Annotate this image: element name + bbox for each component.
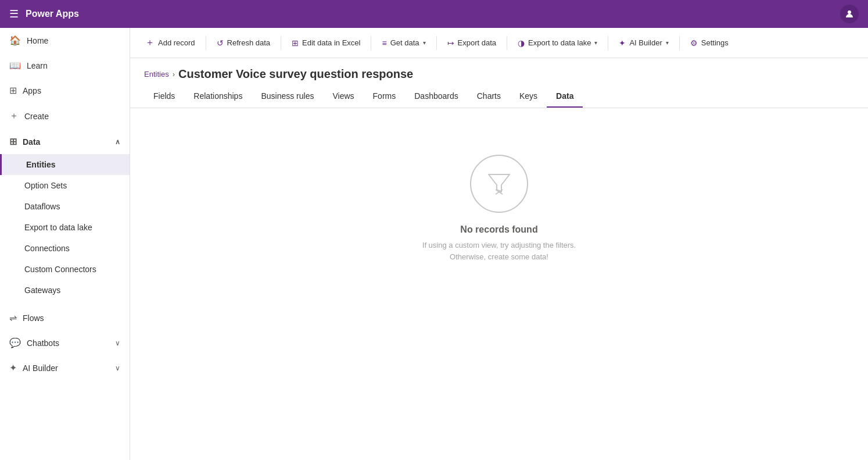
settings-icon: ⚙ (690, 38, 698, 48)
topbar: ☰ Power Apps (0, 0, 868, 28)
home-icon: 🏠 (9, 35, 21, 46)
breadcrumb-parent-link[interactable]: Entities (144, 70, 169, 79)
ai-builder-toolbar-icon: ✦ (619, 38, 626, 48)
breadcrumb-separator: › (173, 70, 175, 79)
main-layout: 🏠 Home 📖 Learn ⊞ Apps ＋ Create ⊞ Data ∧ … (0, 28, 868, 460)
toolbar: ＋ Add record ↺ Refresh data ⊞ Edit data … (130, 28, 868, 58)
sidebar-item-flows[interactable]: ⇌ Flows (0, 305, 130, 330)
content-area: ＋ Add record ↺ Refresh data ⊞ Edit data … (130, 28, 868, 460)
sidebar-item-data[interactable]: ⊞ Data ∧ (0, 129, 130, 154)
refresh-icon: ↺ (217, 38, 224, 48)
empty-state: No records found If using a custom view,… (130, 108, 868, 309)
apps-icon: ⊞ (9, 85, 17, 96)
refresh-data-button[interactable]: ↺ Refresh data (211, 35, 276, 51)
chatbots-icon: 💬 (9, 337, 21, 348)
empty-state-icon-circle (470, 155, 528, 213)
tab-charts[interactable]: Charts (468, 85, 510, 108)
flows-icon: ⇌ (9, 312, 17, 323)
sidebar-item-connections[interactable]: Connections (0, 238, 130, 259)
tab-views[interactable]: Views (323, 85, 363, 108)
sidebar-item-option-sets[interactable]: Option Sets (0, 175, 130, 196)
sidebar-item-create[interactable]: ＋ Create (0, 103, 130, 129)
edit-excel-button[interactable]: ⊞ Edit data in Excel (286, 35, 366, 51)
data-chevron-icon: ∧ (115, 138, 120, 146)
toolbar-divider-7 (679, 36, 680, 50)
excel-icon: ⊞ (292, 38, 299, 48)
toolbar-divider-2 (281, 36, 281, 50)
empty-state-description: If using a custom view, try adjusting th… (422, 240, 576, 262)
page-content: Entities › Customer Voice survey questio… (130, 58, 868, 460)
breadcrumb-current: Customer Voice survey question response (178, 67, 413, 81)
create-icon: ＋ (9, 110, 19, 122)
export-lake-icon: ◑ (518, 38, 525, 48)
export-data-button[interactable]: ↦ Export data (442, 35, 503, 51)
sidebar-item-learn[interactable]: 📖 Learn (0, 53, 130, 78)
sidebar-item-ai-builder[interactable]: ✦ AI Builder ∨ (0, 355, 130, 380)
tab-fields[interactable]: Fields (144, 85, 184, 108)
tab-relationships[interactable]: Relationships (184, 85, 252, 108)
toolbar-divider-4 (436, 36, 437, 50)
tab-business-rules[interactable]: Business rules (252, 85, 323, 108)
breadcrumb: Entities › Customer Voice survey questio… (130, 58, 868, 85)
export-data-lake-button[interactable]: ◑ Export to data lake ▾ (512, 35, 603, 51)
ai-builder-dropdown-icon: ▾ (666, 40, 669, 46)
ai-builder-button[interactable]: ✦ AI Builder ▾ (613, 35, 674, 51)
learn-icon: 📖 (9, 60, 21, 71)
chatbots-chevron-icon: ∨ (115, 339, 120, 347)
sidebar-item-export-data-lake[interactable]: Export to data lake (0, 217, 130, 238)
tab-data[interactable]: Data (547, 85, 583, 108)
sidebar-item-dataflows[interactable]: Dataflows (0, 196, 130, 217)
add-record-button[interactable]: ＋ Add record (139, 33, 201, 52)
tab-forms[interactable]: Forms (364, 85, 406, 108)
toolbar-divider-5 (507, 36, 507, 50)
toolbar-divider-1 (206, 36, 206, 50)
export-data-icon: ↦ (447, 38, 454, 48)
get-data-icon: ≡ (382, 38, 386, 48)
export-lake-dropdown-icon: ▾ (594, 40, 597, 46)
ai-builder-chevron-icon: ∨ (115, 364, 120, 372)
app-logo: Power Apps (26, 9, 79, 19)
tab-dashboards[interactable]: Dashboards (405, 85, 468, 108)
hamburger-icon[interactable]: ☰ (9, 8, 19, 20)
get-data-dropdown-icon: ▾ (423, 40, 426, 46)
get-data-button[interactable]: ≡ Get data ▾ (376, 35, 431, 51)
data-icon: ⊞ (9, 136, 17, 147)
toolbar-divider-6 (608, 36, 608, 50)
ai-builder-sidebar-icon: ✦ (9, 362, 17, 373)
sidebar: 🏠 Home 📖 Learn ⊞ Apps ＋ Create ⊞ Data ∧ … (0, 28, 130, 460)
tab-keys[interactable]: Keys (510, 85, 547, 108)
sidebar-item-custom-connectors[interactable]: Custom Connectors (0, 259, 130, 280)
sidebar-item-gateways[interactable]: Gateways (0, 280, 130, 301)
filter-x-icon (484, 169, 514, 199)
sidebar-item-home[interactable]: 🏠 Home (0, 28, 130, 53)
settings-button[interactable]: ⚙ Settings (684, 35, 734, 51)
add-record-icon: ＋ (145, 37, 155, 49)
sidebar-item-apps[interactable]: ⊞ Apps (0, 78, 130, 103)
svg-point-0 (848, 10, 851, 14)
user-avatar[interactable] (840, 5, 859, 23)
empty-state-title: No records found (460, 224, 537, 235)
toolbar-divider-3 (371, 36, 371, 50)
sidebar-item-chatbots[interactable]: 💬 Chatbots ∨ (0, 330, 130, 355)
sidebar-item-entities[interactable]: Entities (0, 154, 130, 175)
tab-bar: Fields Relationships Business rules View… (130, 85, 868, 108)
